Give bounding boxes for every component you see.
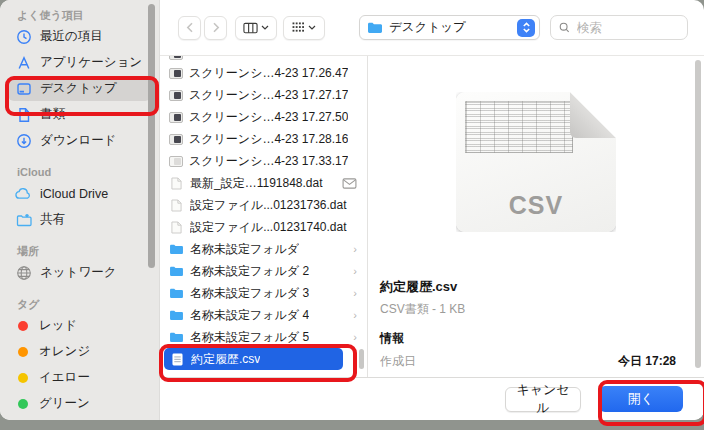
- main-area: デスクトップ スクリーンシ…4-23 17.26.47: [160, 0, 704, 420]
- sidebar-item-downloads[interactable]: ダウンロード: [8, 128, 151, 153]
- screenshot-thumbnail-icon: [169, 112, 183, 123]
- back-button[interactable]: [178, 16, 201, 40]
- folder-row[interactable]: 名称未設定フォルダ ›: [160, 238, 367, 260]
- file-name: スクリーンシ…4-23 17.27.17: [189, 87, 348, 104]
- sidebar-item-tag-yellow[interactable]: イエロー: [8, 365, 151, 390]
- preview-created-row: 作成日 今日 17:28: [380, 353, 676, 370]
- sidebar-section-icloud: iCloud: [17, 165, 159, 179]
- sidebar-scrollbar[interactable]: [148, 4, 155, 268]
- open-button[interactable]: 開く: [599, 386, 683, 412]
- folder-icon: [169, 242, 184, 256]
- chevron-left-icon: [186, 22, 194, 33]
- file-name: スクリーンシ…4-23 17.28.16: [189, 131, 348, 148]
- chevron-right-icon: ›: [353, 309, 357, 321]
- sidebar-item-tag-orange[interactable]: オレンジ: [8, 339, 151, 364]
- chevron-down-icon: [308, 25, 316, 30]
- nav-button-group: [178, 16, 227, 40]
- folder-name: 名称未設定フォルダ 3: [190, 285, 309, 302]
- screenshot-thumbnail-icon: [169, 56, 183, 60]
- chevron-down-icon: [261, 25, 269, 30]
- preview-scrollbar[interactable]: [695, 60, 701, 368]
- shared-folder-icon: [15, 211, 32, 228]
- sidebar-item-desktop[interactable]: デスクトップ: [8, 76, 151, 101]
- preview-file-meta: CSV書類 - 1 KB: [380, 301, 465, 318]
- folder-name: 名称未設定フォルダ 2: [190, 263, 309, 280]
- sidebar-item-label: ネットワーク: [40, 264, 116, 281]
- forward-button[interactable]: [204, 16, 227, 40]
- folder-row[interactable]: 名称未設定フォルダ 5 ›: [160, 326, 367, 348]
- file-name: スクリーンシ…4-23 17.27.50: [189, 109, 348, 126]
- dialog-footer: キャンセル 開く: [160, 377, 704, 420]
- file-row[interactable]: スクリーンシ…4-23 17.26.47: [160, 62, 367, 84]
- sidebar-item-label: 共有: [40, 211, 65, 228]
- envelope-icon: [342, 178, 357, 189]
- csv-document-icon: CSV: [456, 92, 616, 232]
- popup-selected-label: デスクトップ: [389, 19, 511, 36]
- icon-view-button[interactable]: [283, 16, 325, 40]
- preview-filename: 約定履歴.csv: [380, 278, 457, 296]
- search-icon: [559, 21, 570, 34]
- sidebar-item-label: iCloud Drive: [40, 187, 108, 201]
- search-input[interactable]: [575, 20, 679, 36]
- folder-row[interactable]: 名称未設定フォルダ 4 ›: [160, 304, 367, 326]
- sidebar-section-tags: タグ: [17, 297, 159, 311]
- document-icon: [15, 106, 32, 123]
- sidebar-item-tag-green[interactable]: グリーン: [8, 391, 151, 416]
- chevron-right-icon: ›: [353, 331, 357, 343]
- file-row[interactable]: スクリーンシ…4-23 17.27.17: [160, 84, 367, 106]
- applications-icon: [15, 54, 32, 71]
- icloud-icon: [15, 185, 32, 202]
- preview-pane: CSV 約定履歴.csv CSV書類 - 1 KB 情報 作成日 今日 17:2…: [368, 56, 704, 377]
- file-row[interactable]: 最新_設定…1191848.dat: [160, 172, 367, 194]
- csv-table-thumbnail: [465, 101, 573, 153]
- file-list-scrollbar[interactable]: [359, 349, 364, 369]
- sidebar-item-label: 最近の項目: [40, 28, 103, 45]
- page-fold-icon: [570, 92, 616, 138]
- sidebar-item-icloud-drive[interactable]: iCloud Drive: [8, 181, 151, 206]
- file-row-selected[interactable]: 約定履歴.csv: [164, 348, 343, 370]
- file-row-clipped: [160, 56, 367, 62]
- file-row[interactable]: スクリーンシ…4-23 17.33.17: [160, 150, 367, 172]
- content-area: スクリーンシ…4-23 17.26.47 スクリーンシ…4-23 17.27.1…: [160, 55, 704, 377]
- sidebar-item-label: レッド: [39, 317, 77, 334]
- screenshot-thumbnail-icon: [169, 134, 183, 145]
- sidebar-item-label: アプリケーション: [40, 54, 142, 71]
- column-view-button[interactable]: [235, 16, 277, 40]
- chevron-right-icon: [212, 22, 220, 33]
- folder-name: 名称未設定フォルダ 5: [190, 329, 309, 346]
- sidebar-item-recents[interactable]: 最近の項目: [8, 24, 151, 49]
- sidebar: よく使う項目 最近の項目 アプリケーション デスクトップ 書類: [0, 0, 160, 420]
- screenshot-thumbnail-icon: [169, 156, 183, 167]
- file-name: 約定履歴.csv: [191, 351, 260, 368]
- file-row[interactable]: スクリーンシ…4-23 17.28.16: [160, 128, 367, 150]
- desktop-icon: [15, 80, 32, 97]
- sidebar-item-label: 書類: [40, 106, 65, 123]
- folder-row[interactable]: 名称未設定フォルダ 3 ›: [160, 282, 367, 304]
- folder-row[interactable]: 名称未設定フォルダ 2 ›: [160, 260, 367, 282]
- created-date-label: 作成日: [380, 353, 416, 370]
- sidebar-item-label: デスクトップ: [40, 80, 117, 97]
- cancel-button[interactable]: キャンセル: [505, 387, 581, 412]
- sidebar-item-network[interactable]: ネットワーク: [8, 260, 151, 285]
- sidebar-section-favorites: よく使う項目: [17, 8, 159, 22]
- sidebar-item-tag-red[interactable]: レッド: [8, 313, 151, 338]
- file-row[interactable]: スクリーンシ…4-23 17.27.50: [160, 106, 367, 128]
- sidebar-item-documents[interactable]: 書類: [8, 102, 151, 127]
- sidebar-item-label: イエロー: [39, 369, 90, 386]
- file-row[interactable]: 設定ファイル...01231736.dat: [160, 194, 367, 216]
- grid-icon: [292, 22, 305, 33]
- sidebar-item-applications[interactable]: アプリケーション: [8, 50, 151, 75]
- sidebar-item-shared[interactable]: 共有: [8, 207, 151, 232]
- chevron-right-icon: ›: [353, 243, 357, 255]
- preview-info-heading: 情報: [380, 330, 404, 347]
- search-field[interactable]: [550, 15, 688, 40]
- location-popup-button[interactable]: デスクトップ: [359, 15, 540, 40]
- chevron-right-icon: ›: [353, 287, 357, 299]
- file-row[interactable]: 設定ファイル...01231740.dat: [160, 216, 367, 238]
- green-tag-icon: [18, 399, 28, 409]
- screenshot-thumbnail-icon: [169, 90, 183, 101]
- file-name: 設定ファイル...01231736.dat: [190, 197, 347, 214]
- file-open-dialog: よく使う項目 最近の項目 アプリケーション デスクトップ 書類: [0, 0, 704, 420]
- red-tag-icon: [18, 321, 28, 331]
- sidebar-section-locations: 場所: [17, 244, 159, 258]
